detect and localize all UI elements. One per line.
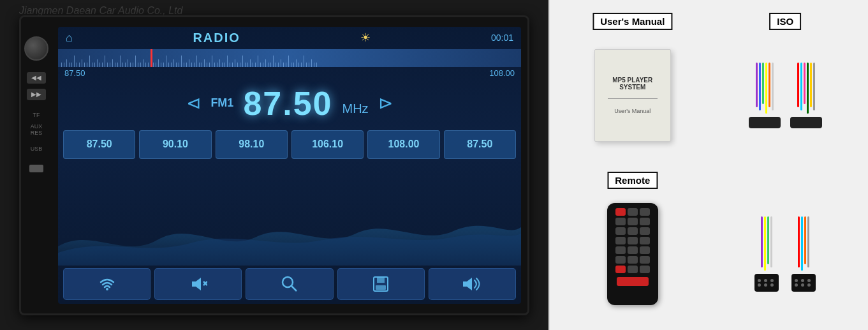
iso-label: ISO (769, 13, 801, 30)
svg-rect-8 (376, 285, 386, 290)
manual-book-title1: MP5 PLAYER SYSTEM (601, 77, 664, 91)
volume-knob[interactable] (24, 36, 48, 61)
frequency-scale (58, 49, 521, 67)
mute-button[interactable] (154, 268, 242, 300)
freq-min: 87.50 (64, 68, 85, 78)
preset-stations: 87.50 90.10 98.10 106.10 108.00 87.50 (58, 128, 521, 161)
svg-rect-7 (377, 277, 385, 283)
preset-5[interactable]: 108.00 (367, 130, 439, 159)
preset-1[interactable]: 87.50 (63, 130, 135, 159)
tf-label: TF (29, 112, 43, 118)
side-controls: ◀◀ ▶▶ TF AUX RES USB (21, 17, 52, 313)
volume-up-button[interactable] (429, 268, 516, 300)
remote-eq-btn[interactable] (615, 256, 626, 264)
remote-control[interactable] (607, 203, 658, 305)
search-button[interactable] (246, 268, 333, 300)
manual-book: MP5 PLAYER SYSTEM User's Manual (594, 49, 671, 142)
svg-marker-9 (463, 278, 472, 290)
usb-port[interactable] (29, 165, 43, 172)
accessories-panel: User's Manual MP5 PLAYER SYSTEM User's M… (548, 0, 868, 330)
prev-station-button[interactable]: ⊲ (186, 93, 201, 114)
preset-4[interactable]: 106.10 (291, 130, 364, 159)
bottom-controls (58, 266, 521, 304)
remote-3-btn[interactable] (640, 218, 650, 225)
home-icon[interactable]: ⌂ (66, 31, 73, 45)
prev-button[interactable]: ◀◀ (27, 72, 46, 84)
frequency-unit: MHz (342, 101, 369, 116)
remote-4-btn[interactable] (615, 227, 626, 235)
remote-10m-btn[interactable] (628, 246, 638, 254)
manual-label: User's Manual (592, 13, 672, 30)
remote-band-btn[interactable] (628, 208, 638, 216)
manual-cell: User's Manual MP5 PLAYER SYSTEM User's M… (556, 6, 709, 165)
iso-connectors-cell (709, 165, 862, 324)
remote-10p-btn[interactable] (640, 246, 650, 254)
iso-cell: ISO (709, 6, 862, 165)
remote-disp-btn[interactable] (628, 256, 638, 264)
band-label: FM1 (210, 96, 233, 110)
remote-8-btn[interactable] (628, 237, 638, 244)
remote-6-btn[interactable] (640, 227, 650, 235)
remote-7-btn[interactable] (615, 237, 626, 244)
radio-screen: ⌂ RADIO ☀ 00:01 (58, 27, 521, 304)
preset-6[interactable]: 87.50 (444, 130, 516, 159)
remote-label: Remote (607, 172, 658, 189)
manual-book-title2: User's Manual (614, 108, 651, 114)
remote-1-btn[interactable] (615, 218, 626, 225)
remote-mute-btn[interactable] (615, 246, 626, 254)
car-radio-panel: Jiangmen Daean Car Audio Co., Ltd ◀◀ ▶▶ … (0, 0, 548, 330)
screen-top-bar: ⌂ RADIO ☀ 00:01 (58, 27, 521, 49)
manual-divider (608, 98, 658, 99)
wifi-button[interactable] (63, 268, 151, 300)
next-button[interactable]: ▶▶ (27, 89, 46, 100)
frequency-indicator (151, 49, 152, 67)
frequency-display: ⊲ FM1 87.50 MHz ⊳ (58, 79, 521, 128)
freq-max: 108.00 (489, 68, 515, 78)
usb-label: USB (29, 146, 43, 152)
mode-title: RADIO (193, 31, 240, 45)
remote-9-btn[interactable] (640, 237, 650, 244)
remote-mode-btn[interactable] (640, 208, 650, 216)
preset-2[interactable]: 90.10 (139, 130, 211, 159)
svg-point-0 (106, 288, 108, 290)
remote-sel-btn[interactable] (628, 266, 638, 273)
next-station-button[interactable]: ⊳ (378, 93, 393, 114)
remote-voldn-btn[interactable] (615, 266, 626, 273)
preset-3[interactable]: 98.10 (216, 130, 288, 159)
remote-power-btn[interactable] (615, 208, 626, 216)
res-label: RES (29, 130, 43, 136)
frequency-range: 87.50 108.00 (58, 67, 521, 79)
svg-line-5 (291, 286, 297, 291)
radio-unit: ◀◀ ▶▶ TF AUX RES USB ⌂ RADIO ☀ 00:01 (19, 15, 529, 315)
remote-5-btn[interactable] (628, 227, 638, 235)
brightness-icon[interactable]: ☀ (360, 31, 371, 45)
remote-ab-btn[interactable] (640, 256, 650, 264)
save-button[interactable] (337, 268, 425, 300)
aux-label: AUX (29, 123, 43, 130)
svg-marker-1 (192, 278, 201, 290)
remote-cell: Remote (556, 165, 709, 324)
remote-playback-btn[interactable] (617, 277, 649, 286)
remote-volup-btn[interactable] (640, 266, 650, 273)
clock-display: 00:01 (491, 33, 513, 43)
frequency-number: 87.50 (243, 84, 332, 123)
svg-point-4 (283, 277, 293, 287)
remote-2-btn[interactable] (628, 218, 638, 225)
wave-area (58, 161, 521, 266)
